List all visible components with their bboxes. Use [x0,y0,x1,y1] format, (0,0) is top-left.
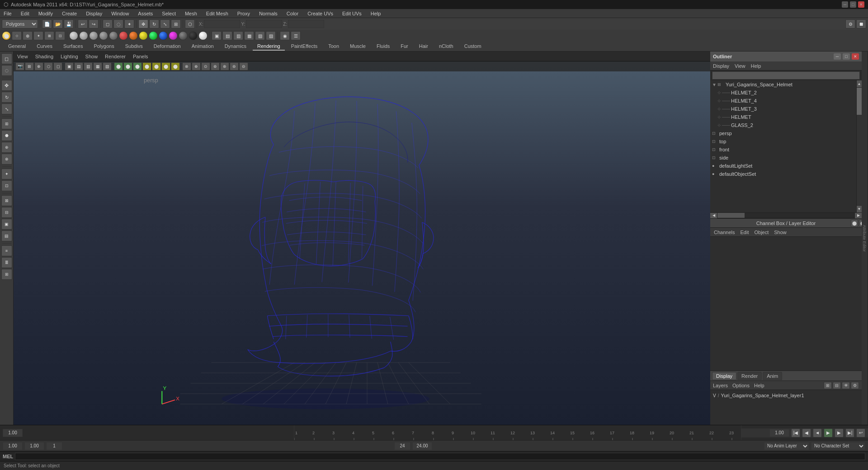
ol-item-defaultobjectset[interactable]: ● defaultObjectSet [710,170,856,178]
close-button[interactable]: ✕ [858,1,864,8]
tab-rendering[interactable]: Rendering [253,42,285,51]
outliner-scroll-thumb[interactable] [857,88,862,115]
channel-menu-channels[interactable]: Channels [714,230,735,235]
menu-modify[interactable]: Modify [37,10,55,17]
menu-proxy[interactable]: Proxy [236,10,252,17]
vp-tool-20[interactable]: ⊙ [201,62,210,70]
outliner-vscrollbar[interactable]: ▲ ▼ [856,80,862,212]
vp-tool-4[interactable]: ⬡ [44,62,53,70]
shade-ball-4[interactable] [99,31,108,40]
outliner-scroll-up[interactable]: ▲ [857,80,862,88]
menu-help[interactable]: Help [369,10,383,17]
layer-1-btn[interactable]: ≡ [1,245,12,256]
vp-tool-16[interactable]: ⬤ [161,62,170,70]
outliner-hscrollbar[interactable]: ◀ ▶ [710,212,862,218]
render-icon-3[interactable]: ▥ [233,31,243,40]
tb2-4[interactable]: ✦ [33,31,43,40]
frame-start-input[interactable] [46,442,62,450]
outliner-menu-view[interactable]: View [735,63,745,69]
shade-ball-10[interactable] [159,31,168,40]
menu-edit-uvs[interactable]: Edit UVs [340,10,363,17]
menu-edit[interactable]: Edit [19,10,31,17]
render-icon-2[interactable]: ▤ [222,31,232,40]
save-scene-btn[interactable]: 💾 [64,19,74,28]
x-coord-input[interactable] [204,20,240,28]
timeline-ruler[interactable]: 1 2 3 4 5 6 7 8 9 10 11 [294,425,741,440]
vp-tool-2[interactable]: ⊞ [25,62,34,70]
layer-eye-icon[interactable]: 👁 [842,382,850,389]
all-transform-btn[interactable]: ⊞ [171,19,181,28]
tab-curves[interactable]: Curves [32,42,57,51]
go-to-end-btn[interactable]: ▶| [845,428,854,437]
menu-color[interactable]: Color [285,10,300,17]
vp-tool-7[interactable]: ▤ [74,62,83,70]
menu-window[interactable]: Window [109,10,131,17]
rotate-tool-btn[interactable]: ↻ [1,92,12,103]
shade-ball-5[interactable] [109,31,118,40]
render-btn[interactable]: 🔲 [856,19,866,28]
extrude-btn[interactable]: ⊞ [1,118,12,129]
outliner-minimize-btn[interactable]: ─ [834,53,841,60]
vp-tool-23[interactable]: ⊜ [230,62,239,70]
next-frame-btn[interactable]: ▶ [835,428,844,437]
vp-menu-renderer[interactable]: Renderer [105,54,126,59]
outliner-hscroll-track[interactable] [717,213,854,218]
select-btn[interactable]: ◻ [103,19,113,28]
rotate-btn[interactable]: ↻ [149,19,159,28]
ol-item-top[interactable]: ⊡ top [710,137,856,146]
shade-ball-black[interactable] [189,31,198,40]
timeline-start-input[interactable] [3,429,23,437]
layers-sub-options[interactable]: Options [732,383,750,388]
ol-item-helmet3[interactable]: ⊹ —— HELMET_3 [710,105,856,113]
lasso-tool-btn[interactable]: ◌ [1,65,12,76]
vp-tool-24[interactable]: ⊝ [239,62,248,70]
menu-create-uvs[interactable]: Create UVs [306,10,335,17]
layers-sub-help[interactable]: Help [754,383,764,388]
menu-edit-mesh[interactable]: Edit Mesh [204,10,230,17]
layer-2-btn[interactable]: ≣ [1,257,12,268]
menu-file[interactable]: File [2,10,14,17]
render-icon-4[interactable]: ▦ [244,31,254,40]
tab-subdivs[interactable]: Subdivs [121,42,147,51]
attribute-editor-tab[interactable]: Attribute Editor [862,52,868,425]
tab-surfaces[interactable]: Surfaces [59,42,87,51]
outliner-menu-display[interactable]: Display [713,63,729,69]
ol-item-side[interactable]: ⊡ side [710,154,856,162]
z-coord-input[interactable] [288,20,324,28]
select-tool-btn[interactable]: ◻ [1,53,12,64]
open-scene-btn[interactable]: 📂 [53,19,63,28]
tb2-3[interactable]: ⊕ [23,31,33,40]
vp-tool-14[interactable]: ⬤ [142,62,151,70]
ol-item-persp[interactable]: ⊡ persp [710,129,856,137]
menu-normals[interactable]: Normals [257,10,279,17]
bevel-btn[interactable]: ⬣ [1,130,12,141]
vp-tool-11[interactable]: ⬤ [114,62,123,70]
channel-menu-show[interactable]: Show [774,230,787,235]
tab-painteffects[interactable]: PaintEffects [287,42,322,51]
menu-assets[interactable]: Assets [136,10,155,17]
mode-dropdown[interactable]: Polygons [2,19,38,28]
current-frame-input[interactable] [769,429,789,437]
snap-2-btn[interactable]: ⊟ [1,207,12,218]
shade-ball-6[interactable] [119,31,128,40]
vp-menu-panels[interactable]: Panels [133,54,148,59]
lasso-btn[interactable]: ◌ [113,19,123,28]
shade-ball-8[interactable] [139,31,148,40]
tb2-6[interactable]: ⊡ [55,31,65,40]
vp-tool-3[interactable]: ⊕ [34,62,43,70]
layer-new-icon[interactable]: ⊞ [824,382,832,389]
layer-3-btn[interactable]: ⊞ [1,269,12,280]
vp-tool-22[interactable]: ⊛ [220,62,229,70]
tb2-5[interactable]: ⊠ [44,31,54,40]
mel-input[interactable] [15,453,865,460]
tab-hair[interactable]: Hair [415,42,433,51]
redo-btn[interactable]: ↪ [89,19,99,28]
channel-menu-object[interactable]: Object [754,230,769,235]
scale-tool-btn[interactable]: ⤡ [1,103,12,114]
minimize-button[interactable]: ─ [842,1,848,8]
snap-1-btn[interactable]: ⊠ [1,195,12,206]
layers-sub-layers[interactable]: Layers [713,383,728,388]
render-settings-btn[interactable]: ⚙ [845,19,855,28]
shade-ball-11[interactable] [169,31,178,40]
shade-ball-12[interactable] [179,31,188,40]
